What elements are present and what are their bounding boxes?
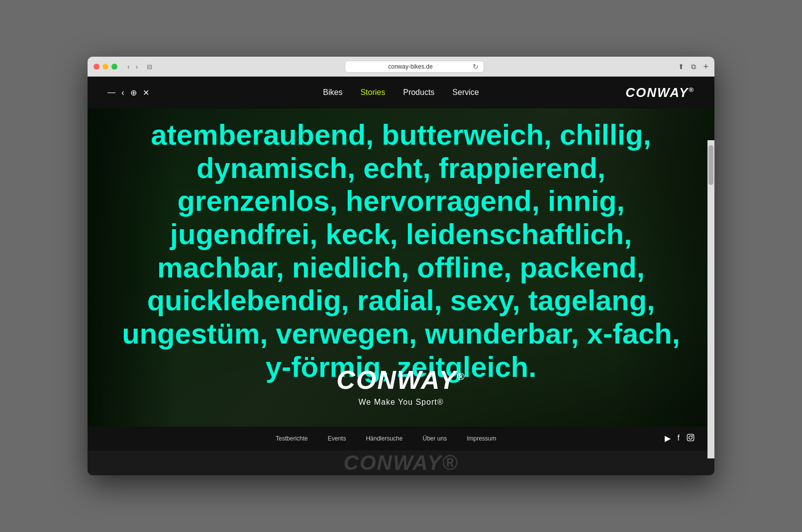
back-button[interactable]: ‹ (125, 62, 132, 72)
footer-testberichte[interactable]: Testberichte (276, 435, 308, 442)
footer-links: Testberichte Events Händlersuche Über un… (107, 435, 665, 442)
close-nav-icon[interactable]: ✕ (143, 88, 149, 97)
registered-mark: ® (457, 370, 465, 382)
new-tab-button[interactable]: ⧉ (689, 62, 698, 72)
instagram-icon[interactable] (687, 434, 695, 443)
svg-rect-0 (687, 434, 694, 441)
nav-bikes[interactable]: Bikes (323, 88, 342, 97)
hero-background: atemberaubend, butterweich, chillig, dyn… (88, 108, 714, 427)
window-controls (94, 64, 117, 70)
add-tab-button[interactable]: + (703, 62, 708, 72)
addressbar[interactable]: conway-bikes.de (350, 63, 471, 70)
fullscreen-button[interactable] (111, 64, 117, 70)
hero-section: atemberaubend, butterweich, chillig, dyn… (88, 108, 714, 427)
site-navigation: — ‹ ⊕ ✕ Bikes Stories Products Service C… (88, 77, 714, 108)
footer-events[interactable]: Events (328, 435, 346, 442)
titlebar-actions: ⬆ ⧉ + (676, 62, 708, 72)
below-fold: CONWAY® (88, 450, 714, 475)
nav-links: Bikes Stories Products Service (323, 88, 479, 97)
nav-stories[interactable]: Stories (360, 88, 385, 97)
forward-button[interactable]: › (134, 62, 140, 72)
back-nav-icon[interactable]: ‹ (121, 88, 124, 98)
nav-service[interactable]: Service (452, 88, 479, 97)
menu-icon[interactable]: — (107, 88, 115, 97)
nav-products[interactable]: Products (403, 88, 434, 97)
browser-content: — ‹ ⊕ ✕ Bikes Stories Products Service C… (88, 77, 714, 475)
hero-text: atemberaubend, butterweich, chillig, dyn… (88, 108, 714, 394)
layout-icon[interactable]: ⊕ (130, 88, 137, 97)
site-footer: Testberichte Events Händlersuche Über un… (88, 427, 714, 450)
minimize-button[interactable] (102, 64, 108, 70)
footer-impressum[interactable]: Impressum (467, 435, 496, 442)
svg-point-2 (692, 435, 693, 436)
share-button[interactable]: ⬆ (676, 62, 686, 72)
below-fold-text: CONWAY® (344, 451, 459, 475)
hero-bottom: CONWAY® We Make You Sport® (88, 365, 714, 407)
footer-haendlersuche[interactable]: Händlersuche (366, 435, 402, 442)
facebook-icon[interactable]: f (678, 434, 680, 443)
reading-mode-button[interactable]: ⊟ (147, 63, 152, 71)
svg-point-1 (689, 436, 693, 440)
hero-tagline: We Make You Sport® (359, 398, 444, 407)
hero-logo: CONWAY® (336, 365, 465, 395)
play-icon[interactable]: ▶ (665, 434, 671, 443)
browser-navigation: ‹ › (125, 62, 140, 72)
footer-social-icons: ▶ f (665, 434, 695, 443)
footer-ueber-uns[interactable]: Über uns (422, 435, 447, 442)
titlebar: ‹ › ⊟ conway-bikes.de ↻ ⬆ ⧉ + (88, 57, 714, 77)
close-button[interactable] (94, 64, 100, 70)
browser-window: ‹ › ⊟ conway-bikes.de ↻ ⬆ ⧉ + — ‹ ⊕ ✕ (88, 57, 714, 475)
nav-controls: — ‹ ⊕ ✕ (107, 88, 149, 98)
nav-logo: CONWAY® (625, 85, 695, 100)
addressbar-container: conway-bikes.de ↻ (156, 61, 672, 73)
reload-button[interactable]: ↻ (473, 63, 479, 71)
